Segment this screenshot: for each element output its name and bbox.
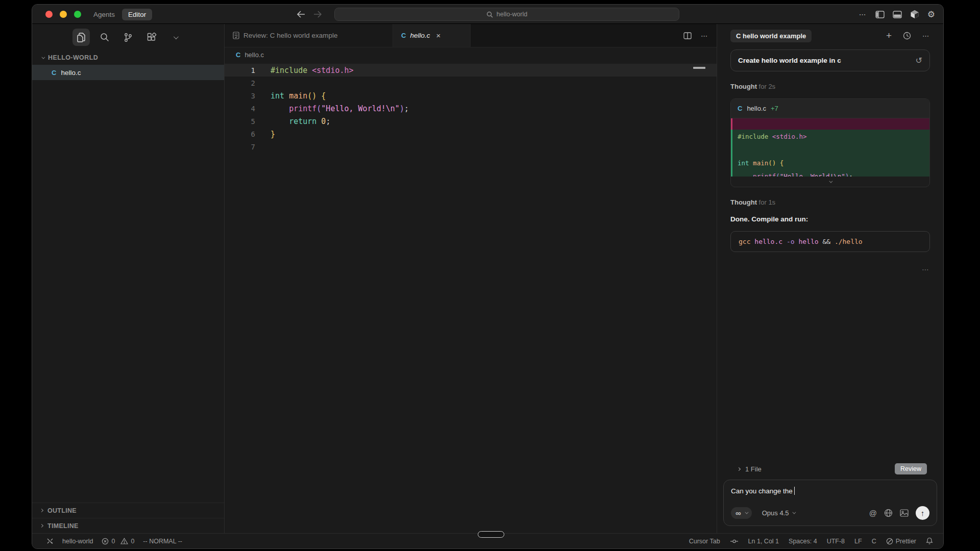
editor-tab-bar: Review: C hello world example C hello.c …: [225, 24, 717, 47]
chevron-right-icon: [40, 509, 43, 512]
explorer-section-header[interactable]: HELLO-WORLD: [32, 51, 224, 65]
zoom-window-button[interactable]: [74, 11, 81, 18]
chevron-down-icon: [41, 55, 45, 59]
editor-area: Review: C hello world example C hello.c …: [225, 24, 717, 533]
remote-indicator[interactable]: [46, 538, 54, 544]
search-icon: [486, 11, 493, 18]
encoding[interactable]: UTF-8: [827, 538, 845, 545]
close-icon[interactable]: ×: [436, 31, 440, 40]
command-code-block[interactable]: gcc hello.c -o hello && ./hello: [730, 231, 930, 252]
chevron-right-icon: [737, 467, 741, 470]
close-window-button[interactable]: [45, 11, 53, 18]
settings-gear-icon[interactable]: ⚙: [927, 9, 935, 20]
chevron-down-icon[interactable]: [166, 29, 184, 46]
vim-mode-indicator: -- NORMAL --: [143, 538, 182, 545]
chevron-right-icon: [40, 524, 43, 528]
formatter-status[interactable]: Prettier: [886, 538, 916, 545]
timeline-label: TIMELINE: [47, 522, 79, 530]
changed-files-row[interactable]: 1 File Review: [738, 463, 927, 474]
explorer-files-icon[interactable]: [72, 29, 90, 46]
thought-row-2[interactable]: Thought for 1s: [730, 198, 930, 206]
breadcrumb-file: hello.c: [244, 51, 264, 59]
undo-icon[interactable]: ↺: [916, 56, 922, 65]
source-control-icon[interactable]: [119, 29, 137, 46]
minimap[interactable]: [693, 67, 705, 69]
toggle-sidebar-icon[interactable]: [875, 11, 885, 18]
workspace-name[interactable]: hello-world: [62, 538, 93, 545]
agent-mode-selector[interactable]: ∞: [731, 507, 752, 519]
status-bar: hello-world 0 0 -- NORMAL -- Cursor Tab …: [32, 533, 943, 548]
warning-icon: [120, 538, 128, 544]
workspace-search-bar[interactable]: hello-world: [334, 8, 679, 21]
diff-additions-badge: +7: [771, 105, 778, 112]
eol-sequence[interactable]: LF: [854, 538, 862, 545]
mention-icon[interactable]: @: [869, 509, 877, 517]
timeline-section[interactable]: TIMELINE: [32, 518, 224, 533]
globe-icon[interactable]: [884, 509, 893, 517]
cursor-tab-icon[interactable]: [730, 538, 739, 544]
diff-expand-button[interactable]: [731, 177, 929, 187]
breadcrumb[interactable]: C hello.c: [225, 47, 717, 62]
user-message-bubble[interactable]: Create hello world example in c ↺: [730, 49, 930, 71]
model-name: Opus 4.5: [762, 509, 789, 517]
tab-editor[interactable]: Editor: [122, 9, 152, 20]
new-chat-icon[interactable]: +: [886, 30, 892, 41]
diff-card[interactable]: C hello.c +7 #include <stdio.h> int main…: [730, 98, 930, 187]
model-selector[interactable]: Opus 4.5: [762, 509, 795, 517]
app-window: Agents Editor hello-world ⋯: [32, 4, 944, 549]
chat-messages[interactable]: Create hello world example in c ↺ Though…: [717, 47, 943, 533]
problems-indicator[interactable]: 0 0: [102, 538, 134, 545]
infinity-icon: ∞: [736, 509, 741, 517]
more-icon[interactable]: ⋯: [922, 32, 930, 40]
c-file-icon: C: [738, 105, 742, 112]
split-editor-icon[interactable]: [683, 32, 692, 39]
review-doc-icon: [233, 32, 239, 39]
chat-panel: C hello world example + ⋯ Create hello w…: [717, 24, 943, 533]
send-button[interactable]: ↑: [916, 506, 929, 520]
files-count-label: 1 File: [745, 465, 762, 473]
message-more-icon[interactable]: ⋯: [730, 265, 930, 273]
outline-label: OUTLINE: [47, 507, 77, 514]
bell-icon[interactable]: [926, 537, 933, 545]
text-cursor: [794, 487, 795, 495]
indentation[interactable]: Spaces: 4: [789, 538, 817, 545]
chevron-down-icon: [745, 511, 748, 514]
chat-input-value[interactable]: Can you change the: [731, 487, 793, 495]
minimize-window-button[interactable]: [60, 11, 67, 18]
tab-label: hello.c: [410, 32, 430, 39]
outline-section[interactable]: OUTLINE: [32, 503, 224, 518]
c-file-icon: C: [236, 51, 240, 59]
prettier-icon: [886, 538, 893, 545]
send-arrow-icon: ↑: [921, 509, 925, 517]
back-icon[interactable]: [297, 11, 305, 18]
cursor-tab-toggle[interactable]: Cursor Tab: [689, 538, 720, 545]
language-mode[interactable]: C: [872, 538, 876, 545]
search-sidebar-icon[interactable]: [96, 29, 113, 46]
thought-row-1[interactable]: Thought for 2s: [730, 83, 930, 90]
more-icon[interactable]: ⋯: [701, 32, 708, 40]
explorer-header-label: HELLO-WORLD: [48, 54, 98, 61]
chevron-down-icon: [793, 511, 796, 514]
code-editor[interactable]: 1#include <stdio.h>2 3int main() {4 prin…: [225, 62, 717, 533]
window-drag-handle[interactable]: [478, 531, 504, 538]
chat-input-box[interactable]: Can you change the ∞ Opus 4.5: [723, 480, 937, 526]
file-row-hello-c[interactable]: C hello.c: [32, 65, 224, 80]
image-icon[interactable]: [900, 509, 909, 517]
review-button[interactable]: Review: [895, 463, 927, 474]
cursor-position[interactable]: Ln 1, Col 1: [748, 538, 779, 545]
forward-icon[interactable]: [313, 11, 322, 18]
error-icon: [102, 538, 109, 545]
tab-agents[interactable]: Agents: [93, 11, 115, 18]
cursor-logo-icon[interactable]: [910, 10, 919, 19]
toggle-panel-icon[interactable]: [893, 11, 902, 18]
c-file-icon: C: [401, 32, 406, 39]
history-clock-icon[interactable]: [903, 32, 911, 40]
tab-hello-c[interactable]: C hello.c ×: [393, 24, 471, 47]
tab-review[interactable]: Review: C hello world example: [225, 24, 393, 47]
user-message-text: Create hello world example in c: [738, 57, 841, 64]
file-name: hello.c: [61, 69, 81, 77]
extensions-icon[interactable]: [143, 29, 160, 46]
chat-title-chip[interactable]: C hello world example: [730, 30, 812, 42]
more-icon[interactable]: ⋯: [859, 10, 867, 18]
diff-card-header[interactable]: C hello.c +7: [731, 99, 929, 118]
